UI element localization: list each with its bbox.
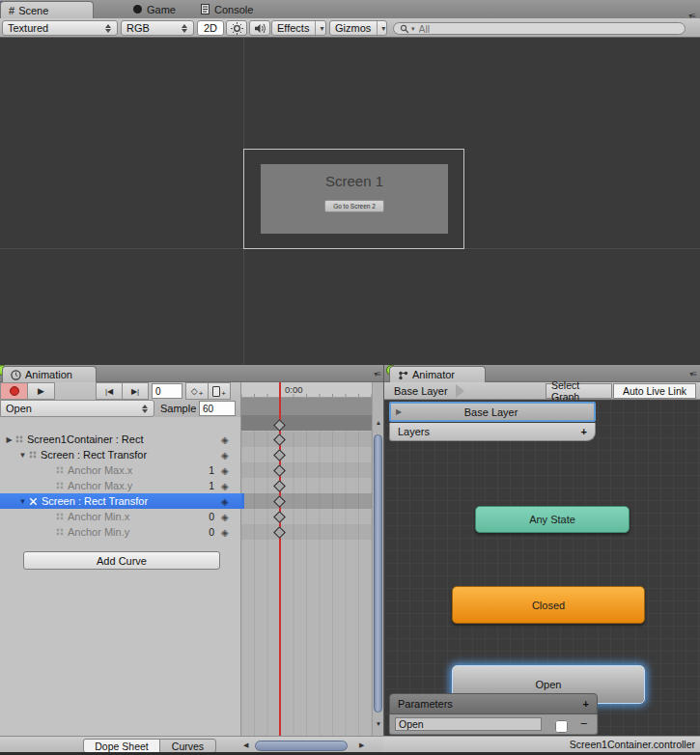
state-closed[interactable]: Closed: [452, 586, 645, 624]
tab-scene[interactable]: # Scene: [0, 1, 94, 18]
vertical-scrollbar-thumb[interactable]: [374, 434, 382, 713]
tab-animator-label: Animator: [412, 369, 455, 380]
property-row[interactable]: Anchor Max.x 1 ◈: [0, 462, 241, 478]
animation-toolbar: ▶ |◀ ▶| ◇+ + Open Sample: [0, 382, 241, 417]
effects-dropdown[interactable]: Effects ▾: [271, 20, 326, 36]
keyframe-diamond-icon[interactable]: ◈: [221, 512, 229, 522]
foldout-open-icon[interactable]: ▼: [17, 497, 28, 506]
updown-arrows-icon: [105, 24, 112, 33]
2d-label: 2D: [204, 22, 217, 34]
layers-title: Layers: [398, 426, 430, 437]
game-icon: [133, 5, 142, 14]
dope-sheet-selected-row: [241, 493, 372, 509]
layer-item-base-layer[interactable]: ▶ Base Layer: [389, 402, 596, 422]
add-layer-button[interactable]: +: [581, 426, 587, 437]
screen1-title: Screen 1: [261, 173, 448, 189]
property-row[interactable]: Anchor Min.y 0 ◈: [0, 524, 241, 540]
sun-icon: [231, 22, 243, 35]
dope-sheet-tab[interactable]: Dope Sheet: [83, 739, 160, 753]
scroll-left-icon[interactable]: ◀: [243, 741, 248, 749]
rect-transform-icon: [55, 465, 65, 475]
keyframe-add-icon: ◇: [191, 386, 198, 396]
state-any-state[interactable]: Any State: [475, 506, 630, 533]
animator-panel-menu-icon[interactable]: ▾≡: [689, 371, 696, 378]
render-mode-label: RGB: [126, 22, 150, 34]
state-machine-grid[interactable]: Any State Closed Open: [384, 400, 700, 736]
breadcrumb[interactable]: Base Layer: [386, 382, 456, 400]
breadcrumb-label: Base Layer: [394, 385, 448, 397]
timeline-ruler[interactable]: 0:00: [241, 382, 372, 398]
speaker-icon: [254, 23, 266, 34]
dope-sheet-timeline[interactable]: 0:00: [241, 382, 372, 736]
search-icon: [400, 24, 409, 34]
horizontal-scrollbar-thumb[interactable]: [255, 741, 348, 751]
property-label: Anchor Min.y: [68, 526, 129, 538]
keyframe-diamond-icon[interactable]: ◈: [221, 481, 229, 491]
sample-field[interactable]: [199, 401, 236, 416]
rect-transform-icon: [28, 450, 38, 460]
property-value: 1: [199, 480, 214, 491]
clip-dropdown[interactable]: Open: [0, 400, 154, 417]
property-row[interactable]: Anchor Min.x 0 ◈: [0, 509, 241, 524]
layer-name: Base Layer: [402, 406, 580, 418]
play-button[interactable]: ▶: [27, 382, 55, 400]
add-parameter-button[interactable]: +: [583, 698, 589, 710]
property-value: 0: [199, 526, 214, 538]
draw-mode-dropdown[interactable]: Textured: [2, 20, 118, 36]
screen1-panel[interactable]: Screen 1 Go to Screen 2: [261, 164, 448, 234]
dope-sheet-rows: [241, 432, 372, 540]
first-frame-button[interactable]: |◀: [96, 382, 123, 400]
search-input[interactable]: [417, 22, 653, 36]
keyframe-diamond-icon[interactable]: ◈: [221, 450, 229, 461]
property-row-selected[interactable]: ▼ Screen : Rect Transfor ◈: [0, 493, 241, 509]
animator-icon: [398, 370, 408, 380]
animation-panel: Animation ▾≡ ▶ |◀ ▶| ◇+ + Open Sample: [0, 365, 383, 755]
step-back-icon: |◀: [105, 387, 113, 396]
tab-animator[interactable]: Animator: [389, 366, 486, 382]
parameter-bool-checkbox[interactable]: [555, 720, 568, 733]
scene-search[interactable]: ▾: [393, 22, 686, 35]
lighting-toggle[interactable]: [226, 20, 247, 36]
select-graph-button[interactable]: Select Graph: [546, 383, 612, 399]
chevron-down-icon: ▾: [377, 21, 385, 35]
parameter-name-field[interactable]: [395, 717, 542, 731]
scene-grid-icon: #: [9, 5, 14, 16]
vertical-scrollbar[interactable]: ▲ ▼: [372, 382, 383, 736]
keyframe-diamond-icon[interactable]: ◈: [221, 527, 229, 538]
add-curve-button[interactable]: Add Curve: [23, 551, 220, 570]
animation-tabbar: Animation ▾≡: [0, 365, 383, 382]
foldout-closed-icon[interactable]: ▶: [4, 435, 14, 444]
rect-transform-move-icon: [28, 496, 39, 507]
animation-panel-menu-icon[interactable]: ▾≡: [374, 371, 380, 378]
scroll-right-icon[interactable]: ▶: [359, 741, 364, 749]
updown-arrows-icon: [182, 24, 188, 33]
rect-transform-icon: [55, 512, 65, 521]
curves-tab[interactable]: Curves: [159, 739, 216, 753]
audio-toggle[interactable]: [249, 20, 270, 36]
remove-parameter-button[interactable]: −: [580, 716, 588, 731]
dope-sheet-master-row: [241, 398, 372, 431]
property-row[interactable]: ▼ Screen : Rect Transfor ◈: [0, 447, 241, 462]
keyframe-diamond-icon[interactable]: ◈: [221, 496, 229, 507]
add-keyframe-button[interactable]: ◇+: [185, 382, 209, 400]
foldout-open-icon[interactable]: ▼: [17, 451, 28, 460]
last-frame-button[interactable]: ▶|: [122, 382, 149, 400]
view-tabbar: # Scene Game Console ▾≡: [0, 0, 700, 19]
scene-view[interactable]: Screen 1 Go to Screen 2: [0, 38, 700, 365]
record-button[interactable]: [0, 382, 28, 400]
add-event-button[interactable]: +: [208, 382, 231, 400]
gizmos-dropdown[interactable]: Gizmos ▾: [329, 20, 387, 36]
2d-toggle[interactable]: 2D: [197, 20, 224, 36]
keyframe-diamond-icon[interactable]: ◈: [221, 465, 229, 476]
tab-game[interactable]: Game: [133, 0, 176, 18]
goto-screen2-button[interactable]: Go to Screen 2: [324, 200, 384, 212]
property-row[interactable]: Anchor Max.y 1 ◈: [0, 478, 241, 493]
property-row[interactable]: ▶ Screen1Container : Rect ◈: [0, 432, 241, 447]
tab-console[interactable]: Console: [201, 0, 253, 18]
keyframe-diamond-icon[interactable]: ◈: [221, 434, 229, 445]
search-caret-icon: ▾: [411, 25, 415, 33]
render-mode-dropdown[interactable]: RGB: [121, 20, 194, 36]
frame-field[interactable]: [152, 383, 182, 399]
tab-animation[interactable]: Animation: [2, 366, 97, 382]
auto-live-link-button[interactable]: Auto Live Link: [613, 383, 696, 399]
